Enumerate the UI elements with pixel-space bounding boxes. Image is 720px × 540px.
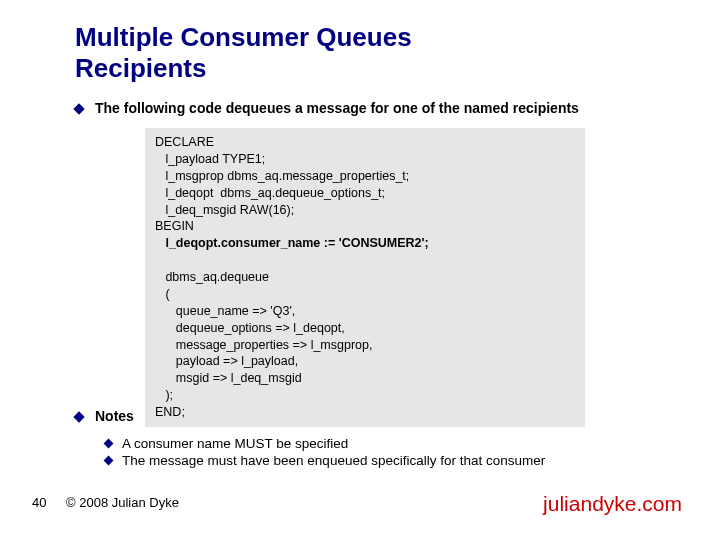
- code-line: l_deq_msgid RAW(16);: [155, 203, 294, 217]
- code-line: queue_name => 'Q3',: [155, 304, 295, 318]
- domain-link: juliandyke.com: [543, 492, 682, 516]
- main-bullet-text: The following code dequeues a message fo…: [95, 100, 579, 116]
- main-bullet: The following code dequeues a message fo…: [75, 100, 675, 116]
- code-line: );: [155, 388, 173, 402]
- diamond-icon: [73, 411, 84, 422]
- note-text: A consumer name MUST be specified: [122, 436, 348, 451]
- notes-block: Notes A consumer name MUST be specified …: [75, 408, 675, 470]
- notes-label: Notes: [95, 408, 134, 424]
- content-area: The following code dequeues a message fo…: [75, 100, 675, 427]
- code-line: message_properties => l_msgprop,: [155, 338, 372, 352]
- code-line: l_payload TYPE1;: [155, 152, 265, 166]
- diamond-icon: [104, 439, 114, 449]
- code-line: l_deqopt dbms_aq.dequeue_options_t;: [155, 186, 385, 200]
- title-line2: Recipients: [75, 53, 207, 83]
- note-text: The message must have been enqueued spec…: [122, 453, 545, 468]
- slide-title: Multiple Consumer Queues Recipients: [75, 22, 412, 84]
- note-item: The message must have been enqueued spec…: [105, 453, 675, 468]
- diamond-icon: [104, 456, 114, 466]
- copyright: © 2008 Julian Dyke: [66, 495, 179, 510]
- code-line: (: [155, 287, 170, 301]
- notes-bullet: Notes: [75, 408, 675, 424]
- code-line: l_msgprop dbms_aq.message_properties_t;: [155, 169, 409, 183]
- title-line1: Multiple Consumer Queues: [75, 22, 412, 52]
- code-line: dequeue_options => l_deqopt,: [155, 321, 345, 335]
- code-line-bold: l_deqopt.consumer_name := 'CONSUMER2';: [155, 236, 429, 250]
- slide: Multiple Consumer Queues Recipients The …: [0, 0, 720, 540]
- note-item: A consumer name MUST be specified: [105, 436, 675, 451]
- code-line: dbms_aq.dequeue: [155, 270, 269, 284]
- notes-sub-bullets: A consumer name MUST be specified The me…: [105, 436, 675, 468]
- diamond-icon: [73, 103, 84, 114]
- code-line: DECLARE: [155, 135, 214, 149]
- code-line: payload => l_payload,: [155, 354, 298, 368]
- page-number: 40: [32, 495, 46, 510]
- code-line: msgid => l_deq_msgid: [155, 371, 302, 385]
- code-line: BEGIN: [155, 219, 194, 233]
- code-block: DECLARE l_payload TYPE1; l_msgprop dbms_…: [145, 128, 585, 427]
